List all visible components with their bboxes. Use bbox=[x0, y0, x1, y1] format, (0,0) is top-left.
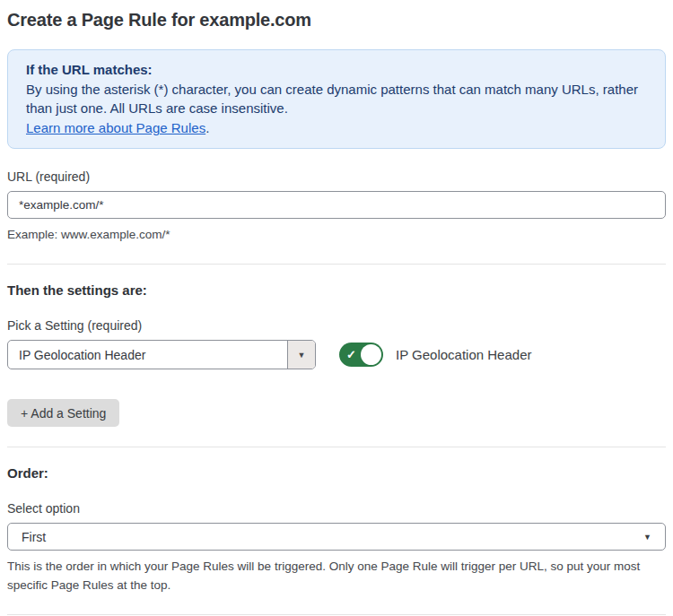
order-select-value: First bbox=[22, 530, 46, 544]
divider bbox=[7, 614, 666, 615]
order-help-text: This is the order in which your Page Rul… bbox=[7, 557, 666, 594]
page-title: Create a Page Rule for example.com bbox=[7, 10, 666, 30]
add-setting-button[interactable]: + Add a Setting bbox=[7, 399, 119, 427]
toggle-label: IP Geolocation Header bbox=[396, 347, 532, 362]
divider bbox=[7, 264, 666, 265]
settings-heading: Then the settings are: bbox=[7, 282, 666, 298]
geolocation-toggle-group: ✓ IP Geolocation Header bbox=[339, 343, 532, 367]
info-box-body: By using the asterisk (*) character, you… bbox=[26, 80, 647, 117]
chevron-down-icon: ▼ bbox=[298, 351, 306, 360]
order-select[interactable]: First ▼ bbox=[7, 523, 666, 551]
url-input[interactable] bbox=[7, 191, 666, 219]
settings-controls-row: IP Geolocation Header ▼ ✓ IP Geolocation… bbox=[7, 340, 666, 369]
setting-select-arrow-button[interactable]: ▼ bbox=[287, 341, 315, 369]
url-label: URL (required) bbox=[7, 169, 666, 184]
order-heading: Order: bbox=[7, 465, 666, 481]
check-icon: ✓ bbox=[346, 349, 356, 360]
learn-more-link[interactable]: Learn more about Page Rules bbox=[26, 120, 205, 135]
link-suffix: . bbox=[205, 120, 209, 135]
order-select-label: Select option bbox=[7, 501, 666, 516]
toggle-knob bbox=[361, 344, 381, 365]
chevron-down-icon: ▼ bbox=[643, 533, 651, 542]
create-page-rule-form: Create a Page Rule for example.com If th… bbox=[0, 0, 673, 616]
info-box-link-line: Learn more about Page Rules. bbox=[26, 118, 647, 137]
divider bbox=[7, 447, 666, 447]
url-match-info-box: If the URL matches: By using the asteris… bbox=[7, 49, 666, 149]
geolocation-toggle[interactable]: ✓ bbox=[339, 343, 383, 367]
url-example-helper: Example: www.example.com/* bbox=[7, 225, 666, 244]
info-box-heading: If the URL matches: bbox=[26, 60, 647, 79]
setting-select[interactable]: IP Geolocation Header ▼ bbox=[7, 340, 316, 369]
setting-select-value: IP Geolocation Header bbox=[8, 341, 287, 369]
pick-setting-label: Pick a Setting (required) bbox=[7, 318, 666, 333]
